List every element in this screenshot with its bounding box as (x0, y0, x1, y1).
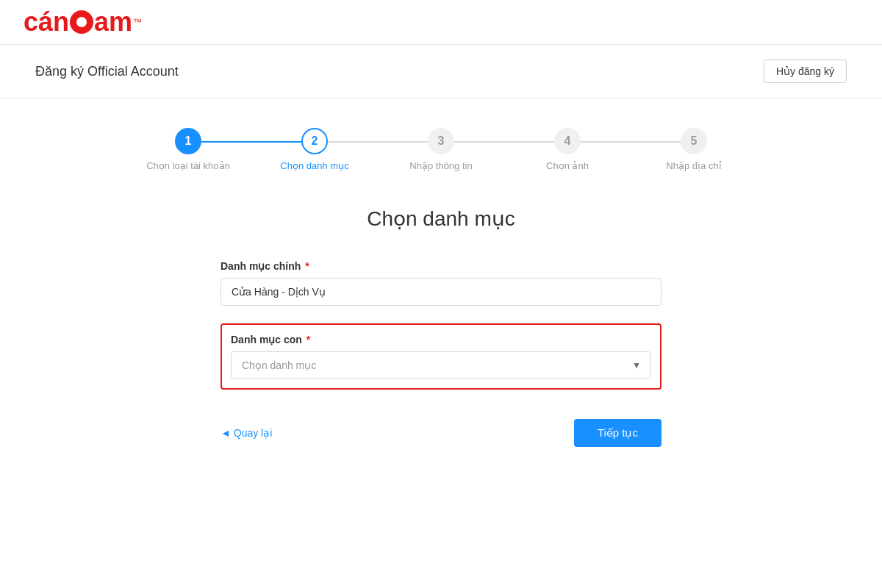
step-2-circle: 2 (301, 128, 328, 154)
step-1-label: Chọn loại tài khoản (146, 160, 230, 171)
step-3-label: Nhập thông tin (409, 160, 472, 171)
logo: cán am ™ (24, 9, 142, 35)
sub-category-label: Danh mục con * (231, 334, 651, 345)
step-2-label: Chọn danh mục (280, 160, 348, 171)
step-3: 3 Nhập thông tin (378, 128, 504, 171)
sub-category-select[interactable]: Chọn danh mục (231, 351, 651, 379)
site-header: cán am ™ (0, 0, 882, 45)
step-4: 4 Chọn ảnh (504, 128, 631, 171)
main-category-input[interactable] (220, 278, 662, 306)
required-star-main: * (302, 260, 309, 272)
step-3-circle: 3 (428, 128, 454, 154)
step-4-circle: 4 (554, 128, 581, 154)
main-category-group: Danh mục chính * (220, 260, 662, 306)
sub-category-group: Danh mục con * Chọn danh mục ▼ (220, 323, 662, 390)
sub-category-wrapper: Danh mục con * Chọn danh mục ▼ (220, 323, 662, 390)
steps-progress: 1 Chọn loại tài khoản 2 Chọn danh mục 3 … (125, 128, 757, 171)
step-5: 5 Nhập địa chỉ (631, 128, 757, 171)
cancel-button[interactable]: Hủy đăng ký (764, 60, 847, 83)
step-1-circle: 1 (175, 128, 201, 154)
sub-category-select-wrapper: Chọn danh mục ▼ (231, 351, 651, 379)
form-navigation: ◄ Quay lại Tiếp tục (220, 419, 662, 447)
main-content: 1 Chọn loại tài khoản 2 Chọn danh mục 3 … (110, 98, 772, 476)
step-4-label: Chọn ảnh (546, 160, 589, 171)
step-2: 2 Chọn danh mục (251, 128, 378, 171)
main-category-label: Danh mục chính * (220, 260, 662, 272)
next-button[interactable]: Tiếp tục (574, 419, 662, 447)
step-5-label: Nhập địa chỉ (666, 160, 721, 171)
required-star-sub: * (304, 334, 310, 345)
back-button[interactable]: ◄ Quay lại (220, 427, 272, 439)
page-header: Đăng ký Official Account Hủy đăng ký (0, 45, 882, 98)
form-title: Chọn danh mục (125, 207, 757, 231)
step-5-circle: 5 (681, 128, 707, 154)
step-1: 1 Chọn loại tài khoản (125, 128, 251, 171)
page-title: Đăng ký Official Account (35, 64, 179, 79)
